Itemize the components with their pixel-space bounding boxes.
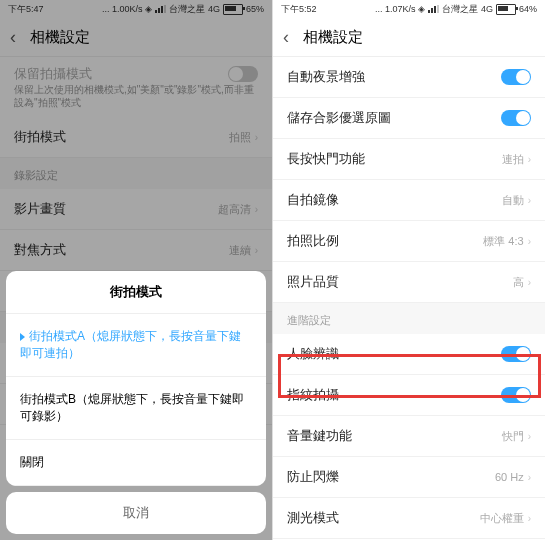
status-time: 下午5:52: [281, 3, 317, 16]
toggle[interactable]: [501, 346, 531, 362]
setting-row[interactable]: 測光模式中心權重›: [273, 498, 545, 539]
status-right: ... 1.07K/s ◈ 台灣之星 4G 64%: [375, 3, 537, 16]
row-value-wrap: 中心權重›: [480, 511, 531, 526]
chevron-right-icon: ›: [528, 195, 531, 206]
section-header: 進階設定: [273, 303, 545, 334]
toggle[interactable]: [501, 110, 531, 126]
setting-row[interactable]: 自動夜景增強: [273, 57, 545, 98]
row-value-wrap: 60 Hz›: [495, 471, 531, 483]
setting-row[interactable]: 拍照比例標準 4:3›: [273, 221, 545, 262]
sheet-cancel[interactable]: 取消: [6, 492, 266, 534]
sheet-item[interactable]: 街拍模式A（熄屏狀態下，長按音量下鍵即可連拍）: [6, 314, 266, 377]
setting-row[interactable]: 自拍鏡像自動›: [273, 180, 545, 221]
row-value: 中心權重: [480, 511, 524, 526]
row-label: 人臉辨識: [287, 345, 339, 363]
row-value: 標準 4:3: [483, 234, 523, 249]
setting-row[interactable]: 儲存合影優選原圖: [273, 98, 545, 139]
sheet-item[interactable]: 關閉: [6, 440, 266, 486]
row-value: 連拍: [502, 152, 524, 167]
chevron-right-icon: ›: [528, 472, 531, 483]
chevron-right-icon: ›: [528, 277, 531, 288]
action-sheet: 街拍模式 街拍模式A（熄屏狀態下，長按音量下鍵即可連拍）街拍模式B（熄屏狀態下，…: [6, 271, 266, 534]
chevron-right-icon: ›: [528, 154, 531, 165]
setting-row[interactable]: 音量鍵功能快門›: [273, 416, 545, 457]
setting-row[interactable]: 人臉辨識: [273, 334, 545, 375]
row-label: 自拍鏡像: [287, 191, 339, 209]
row-label: 長按快門功能: [287, 150, 365, 168]
row-label: 儲存合影優選原圖: [287, 109, 391, 127]
setting-row[interactable]: 照片品質高›: [273, 262, 545, 303]
header: ‹ 相機設定: [273, 18, 545, 57]
row-label: 音量鍵功能: [287, 427, 352, 445]
sheet-title: 街拍模式: [6, 271, 266, 314]
status-speed: ... 1.07K/s: [375, 4, 416, 14]
sheet-item[interactable]: 街拍模式B（熄屏狀態下，長按音量下鍵即可錄影）: [6, 377, 266, 440]
back-icon[interactable]: ‹: [283, 27, 303, 48]
row-label: 測光模式: [287, 509, 339, 527]
row-value: 自動: [502, 193, 524, 208]
row-value: 60 Hz: [495, 471, 524, 483]
row-value: 快門: [502, 429, 524, 444]
battery-icon: [496, 4, 516, 15]
wifi-icon: ◈: [418, 4, 425, 14]
row-label: 防止閃爍: [287, 468, 339, 486]
chevron-right-icon: ›: [528, 236, 531, 247]
chevron-right-icon: ›: [528, 513, 531, 524]
setting-row[interactable]: 長按快門功能連拍›: [273, 139, 545, 180]
row-value-wrap: 連拍›: [502, 152, 531, 167]
status-battery: 64%: [519, 4, 537, 14]
setting-row[interactable]: 指紋拍攝: [273, 375, 545, 416]
row-label: 拍照比例: [287, 232, 339, 250]
row-value: 高: [513, 275, 524, 290]
toggle[interactable]: [501, 387, 531, 403]
row-value-wrap: 自動›: [502, 193, 531, 208]
row-value-wrap: 快門›: [502, 429, 531, 444]
row-label: 指紋拍攝: [287, 386, 339, 404]
toggle[interactable]: [501, 69, 531, 85]
status-bar: 下午5:52 ... 1.07K/s ◈ 台灣之星 4G 64%: [273, 0, 545, 18]
row-value-wrap: 標準 4:3›: [483, 234, 531, 249]
row-label: 自動夜景增強: [287, 68, 365, 86]
page-title: 相機設定: [303, 28, 363, 47]
setting-row[interactable]: 防止閃爍60 Hz›: [273, 457, 545, 498]
row-label: 照片品質: [287, 273, 339, 291]
row-value-wrap: 高›: [513, 275, 531, 290]
status-carrier: 台灣之星 4G: [442, 3, 493, 16]
signal-icon: [428, 5, 439, 13]
chevron-right-icon: ›: [528, 431, 531, 442]
